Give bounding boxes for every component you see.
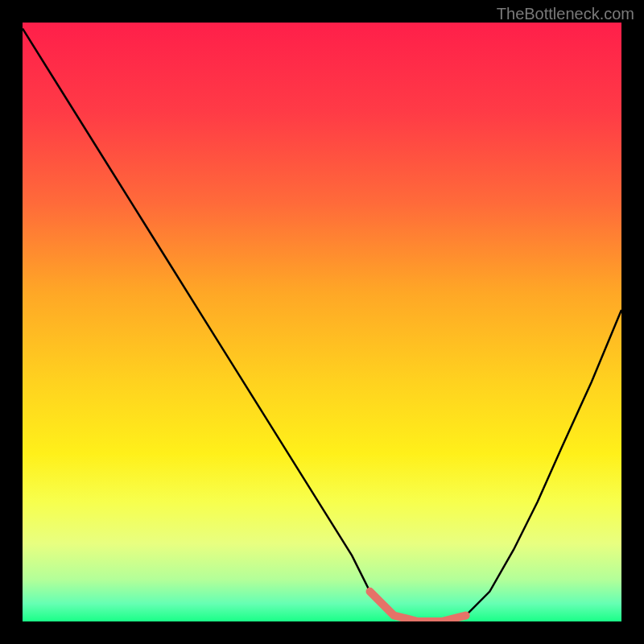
- gradient-background: [23, 23, 621, 621]
- bottleneck-chart: [23, 23, 621, 621]
- chart-frame: [23, 23, 621, 621]
- watermark-text: TheBottleneck.com: [497, 5, 634, 23]
